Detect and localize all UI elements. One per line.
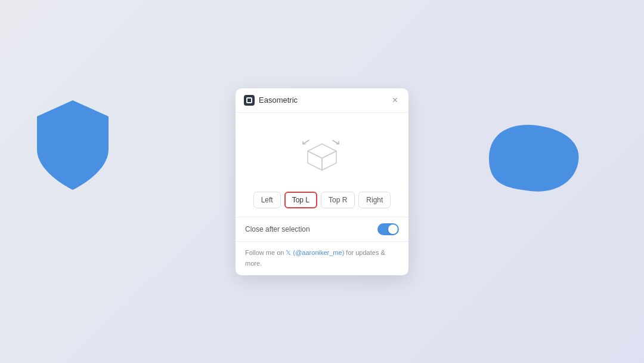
top-r-label: Top R bbox=[329, 196, 347, 204]
title-row: Easometric bbox=[244, 95, 298, 106]
isometric-cube-svg bbox=[292, 127, 352, 181]
close-after-selection-row: Close after selection bbox=[236, 217, 408, 241]
app-icon-inner bbox=[246, 97, 252, 103]
close-after-selection-toggle[interactable] bbox=[377, 223, 399, 235]
toggle-knob bbox=[388, 224, 398, 234]
left-label: Left bbox=[261, 196, 273, 204]
dialog-footer: Follow me on 𝕏 (@aaroniker_me) for updat… bbox=[236, 241, 408, 275]
close-button[interactable]: × bbox=[390, 94, 400, 106]
dialog-title: Easometric bbox=[259, 96, 298, 104]
footer-prefix: Follow me on bbox=[245, 249, 286, 256]
right-label: Right bbox=[366, 196, 383, 204]
svg-line-0 bbox=[303, 140, 309, 144]
left-view-button[interactable]: Left bbox=[253, 192, 281, 208]
svg-line-3 bbox=[333, 140, 339, 144]
right-view-button[interactable]: Right bbox=[358, 192, 391, 208]
easometric-dialog: Easometric × bbox=[236, 88, 408, 275]
footer-text: Follow me on 𝕏 (@aaroniker_me) for updat… bbox=[245, 249, 385, 267]
twitter-link[interactable]: 𝕏 (@aaroniker_me) bbox=[286, 249, 344, 256]
top-left-view-button[interactable]: Top L bbox=[284, 192, 317, 208]
view-buttons-row: Left Top L Top R Right bbox=[236, 192, 408, 217]
top-right-view-button[interactable]: Top R bbox=[321, 192, 355, 208]
dialog-overlay: Easometric × bbox=[0, 0, 644, 363]
isometric-preview bbox=[236, 113, 408, 192]
toggle-label: Close after selection bbox=[245, 225, 310, 233]
top-l-label: Top L bbox=[292, 196, 309, 204]
dialog-header: Easometric × bbox=[236, 88, 408, 113]
app-icon bbox=[244, 95, 255, 106]
